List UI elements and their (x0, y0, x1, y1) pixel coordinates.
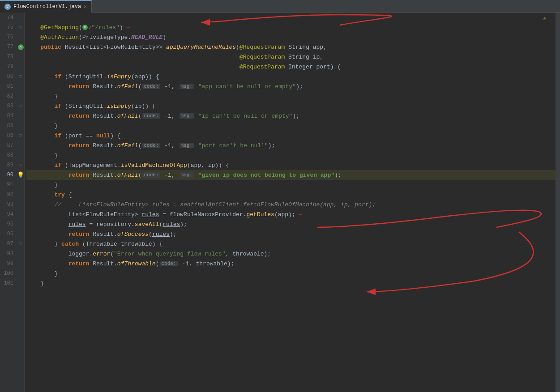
editor-container: 74 75▽ 76 77C 78 79 80▽ 81 82 83▽ 84 85 … (0, 13, 560, 392)
gutter-row-83: 83▽ (0, 101, 24, 111)
code-line-78: @RequestParam String ip, (26, 52, 556, 62)
gutter-row-98: 98 (0, 249, 24, 259)
code-line-99: return Result. ofThrowable ( code: -1, t… (26, 259, 556, 268)
tab-java-icon: C (4, 4, 11, 10)
code-line-100: } (26, 268, 556, 278)
code-line-94: List<FlowRuleEntity> rules = flowRuleNac… (26, 209, 556, 219)
gutter-row-89: 89▽ (0, 160, 24, 170)
gutter-row-99: 99 (0, 259, 24, 268)
code-line-74 (26, 13, 556, 22)
arrow-indicator-94: ← (299, 211, 303, 218)
code-line-84: return Result. ofFail ( code: -1, msg: "… (26, 111, 556, 121)
gutter-row-86: 86▽ (0, 131, 24, 141)
code-line-83: if (StringUtil. isEmpty (ip)) { (26, 101, 556, 111)
gutter-row-82: 82 (0, 91, 24, 101)
fold-arrow-75[interactable]: ▽ (19, 25, 22, 30)
gutter-row-74: 74 (0, 13, 24, 22)
fold-arrow-86[interactable]: ▽ (19, 133, 22, 138)
gutter-row-100: 100 (0, 268, 24, 278)
code-line-79: @RequestParam Integer port) { (26, 62, 556, 72)
gutter-row-80: 80▽ (0, 72, 24, 81)
code-canvas: ⚠ @GetMapping ( © ✓ "/rules" ) ← (26, 13, 556, 288)
code-line-88: } (26, 150, 556, 160)
code-line-90: return Result. ofFail ( code: -1, msg: "… (26, 170, 556, 180)
code-line-93: // List<FlowRuleEntity> rules = sentinel… (26, 200, 556, 209)
code-line-75: @GetMapping ( © ✓ "/rules" ) ← (26, 22, 556, 32)
code-line-81: return Result. ofFail ( code: -1, msg: "… (26, 81, 556, 91)
gutter-row-84: 84 (0, 111, 24, 121)
fold-arrow-97[interactable]: ▽ (19, 241, 22, 247)
annotation-getmapping: @GetMapping (40, 24, 79, 31)
fold-arrow-83[interactable]: ▽ (19, 103, 22, 109)
gutter-row-88: 88 (0, 150, 24, 160)
gutter-row-95: 95 (0, 219, 24, 229)
fold-arrow-80[interactable]: ▽ (19, 74, 22, 79)
code-line-92: try { (26, 190, 556, 200)
code-line-77: public Result<List<FlowRuleEntity>> apiQ… (26, 42, 556, 52)
gutter-row-87: 87 (0, 141, 24, 150)
tab-label: FlowControllerV1.java (13, 4, 81, 10)
gutter-row-81: 81 (0, 81, 24, 91)
code-line-82: } (26, 91, 556, 101)
gutter-row-93: 93 (0, 200, 24, 209)
gutter-row-77: 77C (0, 42, 24, 52)
gutter-row-92: 92 (0, 190, 24, 200)
bulb-icon-90[interactable]: 💡 (17, 171, 24, 179)
line-gutter: 74 75▽ 76 77C 78 79 80▽ 81 82 83▽ 84 85 … (0, 13, 25, 392)
code-editor[interactable]: ⚠ @GetMapping ( © ✓ "/rules" ) ← (25, 13, 556, 392)
gutter-row-101: 101 (0, 278, 24, 288)
code-line-87: return Result. ofFail ( code: -1, msg: "… (26, 141, 556, 150)
gutter-row-97: 97▽ (0, 239, 24, 249)
code-line-89: if (!appManagement. isValidMachineOfApp … (26, 160, 556, 170)
code-line-97: } catch (Throwable throwable) { (26, 239, 556, 249)
scrollbar[interactable] (556, 13, 560, 392)
code-line-96: return Result. ofSuccess ( rules ); (26, 229, 556, 239)
gutter-row-90: 90💡 (0, 170, 24, 180)
code-line-76: @AuthAction (PrivilegeType. READ_RULE ) (26, 32, 556, 42)
mapping-icon: © (82, 25, 88, 30)
code-line-85: } (26, 121, 556, 131)
gutter-row-94: 94 (0, 209, 24, 219)
code-line-86: if (port == null ) { (26, 131, 556, 141)
code-line-98: logger. error ( "Error when querying flo… (26, 249, 556, 259)
code-line-91: } (26, 180, 556, 190)
gutter-row-75: 75▽ (0, 22, 24, 32)
code-line-95: rules = repository. saveAll ( rules ); (26, 219, 556, 229)
tab-close-button[interactable]: ✕ (84, 4, 87, 9)
tab-bar: C FlowControllerV1.java ✕ (0, 0, 560, 13)
gutter-row-79: 79 (0, 62, 24, 72)
gutter-row-96: 96 (0, 229, 24, 239)
gutter-row-78: 78 (0, 52, 24, 62)
gutter-row-91: 91 (0, 180, 24, 190)
code-line-80: if (StringUtil. isEmpty (app)) { (26, 72, 556, 81)
gutter-row-85: 85 (0, 121, 24, 131)
fold-arrow-89[interactable]: ▽ (19, 162, 22, 168)
mapping-path: "/rules" (91, 24, 119, 31)
green-circle-77: C (18, 44, 24, 50)
tab-flowcontroller[interactable]: C FlowControllerV1.java ✕ (0, 0, 92, 13)
code-line-101: } (26, 278, 556, 288)
gutter-row-76: 76 (0, 32, 24, 42)
arrow-indicator-75: ← (127, 24, 130, 31)
